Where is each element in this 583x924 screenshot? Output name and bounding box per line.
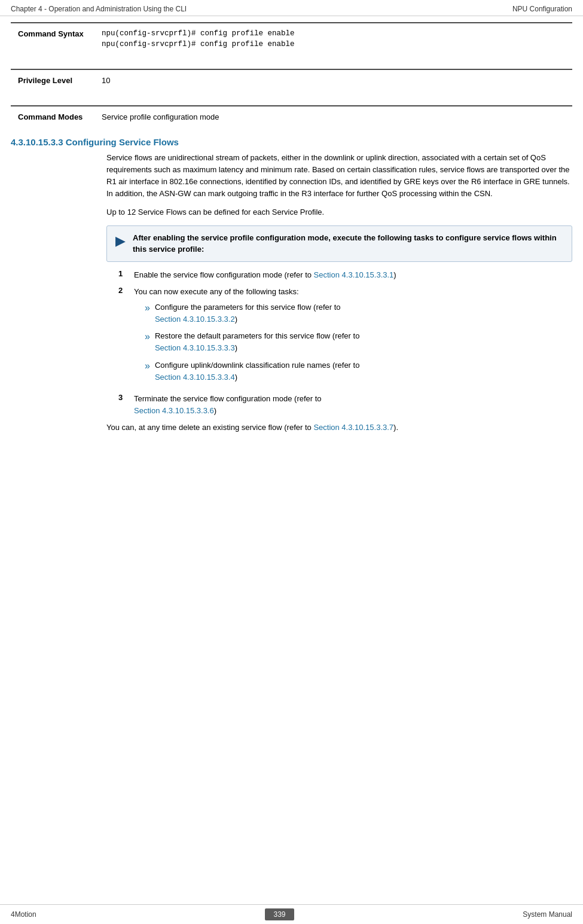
bullet-3-marker: » xyxy=(145,359,150,373)
command-syntax-label: Command Syntax xyxy=(11,23,94,54)
command-modes-value: Service profile configuration mode xyxy=(94,106,572,127)
section-number: 4.3.10.15.3.3 xyxy=(11,137,63,147)
page-header: Chapter 4 - Operation and Administration… xyxy=(0,0,583,16)
note-text: After enabling the service profile confi… xyxy=(133,232,563,255)
section-heading: 4.3.10.15.3.3 Configuring Service Flows xyxy=(11,137,572,147)
command-modes-label: Command Modes xyxy=(11,106,94,127)
header-chapter: Chapter 4 - Operation and Administration… xyxy=(11,5,187,13)
bullet-3-link[interactable]: Section 4.3.10.15.3.3.4 xyxy=(155,373,235,382)
step-1: 1 Enable the service flow configuration … xyxy=(118,269,572,281)
step-2-number: 2 xyxy=(118,286,132,295)
bullet-2-marker: » xyxy=(145,330,150,343)
step-1-number: 1 xyxy=(118,269,132,278)
step-3-link[interactable]: Section 4.3.10.15.3.3.6 xyxy=(134,406,214,415)
command-syntax-line2: npu(config-srvcprfl)# config profile ena… xyxy=(102,40,565,48)
command-syntax-table: Command Syntax npu(config-srvcprfl)# con… xyxy=(11,22,572,54)
note-arrow-icon: ▶ xyxy=(115,233,126,249)
command-syntax-line1: npu(config-srvcprfl)# config profile ena… xyxy=(102,29,565,38)
privilege-level-label: Privilege Level xyxy=(11,69,94,91)
main-content: Command Syntax npu(config-srvcprfl)# con… xyxy=(0,16,583,446)
bullet-3-content: Configure uplink/downlink classification… xyxy=(155,359,360,383)
bullet-2: » Restore the default parameters for thi… xyxy=(145,330,359,354)
privilege-level-value: 10 xyxy=(94,69,572,91)
command-modes-table: Command Modes Service profile configurat… xyxy=(11,105,572,127)
closing-link[interactable]: Section 4.3.10.15.3.3.7 xyxy=(313,423,393,432)
command-syntax-value: npu(config-srvcprfl)# config profile ena… xyxy=(94,23,572,54)
bullet-1-link[interactable]: Section 4.3.10.15.3.3.2 xyxy=(155,315,235,324)
bullet-1: » Configure the parameters for this serv… xyxy=(145,301,359,325)
section-para2: Up to 12 Service Flows can be defined fo… xyxy=(106,206,572,218)
footer-right: System Manual xyxy=(523,910,572,919)
step-2-content: You can now execute any of the following… xyxy=(134,286,359,388)
footer-left: 4Motion xyxy=(11,910,36,919)
note-box: ▶ After enabling the service profile con… xyxy=(106,225,572,262)
footer-page-number: 339 xyxy=(265,908,294,920)
steps-list: 1 Enable the service flow configuration … xyxy=(118,269,572,417)
closing-para: You can, at any time delete an existing … xyxy=(106,422,572,434)
section-para1: Service flows are unidirectional stream … xyxy=(106,152,572,200)
header-section: NPU Configuration xyxy=(512,5,572,13)
step-2: 2 You can now execute any of the followi… xyxy=(118,286,572,388)
bullet-1-marker: » xyxy=(145,301,150,315)
step-3-content: Terminate the service flow configuration… xyxy=(134,393,322,417)
step-3-number: 3 xyxy=(118,393,132,402)
bullet-2-link[interactable]: Section 4.3.10.15.3.3.3 xyxy=(155,343,235,352)
step-1-link[interactable]: Section 4.3.10.15.3.3.1 xyxy=(314,270,394,279)
bullet-list: » Configure the parameters for this serv… xyxy=(145,301,359,383)
privilege-level-table: Privilege Level 10 xyxy=(11,69,572,91)
bullet-3: » Configure uplink/downlink classificati… xyxy=(145,359,359,383)
step-1-content: Enable the service flow configuration mo… xyxy=(134,269,396,281)
page-footer: 4Motion 339 System Manual xyxy=(0,904,583,924)
bullet-1-content: Configure the parameters for this servic… xyxy=(155,301,341,325)
section-title: Configuring Service Flows xyxy=(66,137,179,147)
step-3: 3 Terminate the service flow configurati… xyxy=(118,393,572,417)
bullet-2-content: Restore the default parameters for this … xyxy=(155,330,359,354)
